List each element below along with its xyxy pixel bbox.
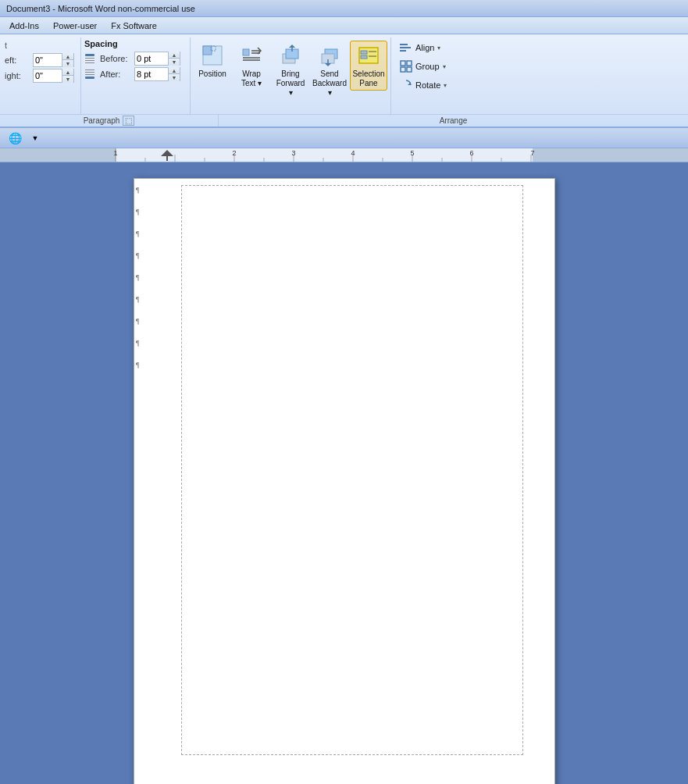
svg-rect-32 bbox=[401, 67, 405, 72]
indent-right-down[interactable]: ▼ bbox=[62, 76, 73, 83]
ribbon-footer: Paragraph ⬚ Arrange bbox=[0, 114, 688, 127]
menu-poweruser[interactable]: Power-user bbox=[47, 20, 103, 32]
svg-text:7: 7 bbox=[530, 149, 534, 157]
before-up[interactable]: ▲ bbox=[169, 52, 180, 59]
svg-rect-9 bbox=[203, 46, 212, 55]
svg-text:6: 6 bbox=[469, 149, 473, 157]
wrap-text-label: Wrap Text ▾ bbox=[235, 69, 268, 88]
document-area: ¶ ¶ ¶ ¶ ¶ ¶ ¶ ¶ ¶ bbox=[0, 162, 688, 784]
after-input[interactable] bbox=[135, 68, 168, 80]
title-text: Document3 - Microsoft Word non-commercia… bbox=[6, 4, 195, 13]
indent-right-label: ight: bbox=[5, 71, 30, 80]
page-marker-9: ¶ bbox=[136, 362, 140, 369]
paragraph-dialog-icon[interactable]: ⬚ bbox=[123, 116, 134, 126]
svg-text:1: 1 bbox=[113, 149, 117, 157]
svg-rect-31 bbox=[407, 61, 412, 66]
indent-left-up[interactable]: ▲ bbox=[62, 53, 73, 60]
spacing-label: Spacing bbox=[84, 37, 180, 52]
page-marker-7: ¶ bbox=[136, 318, 140, 326]
indent-left-down[interactable]: ▼ bbox=[62, 60, 73, 67]
after-down[interactable]: ▼ bbox=[169, 74, 180, 81]
group-label: Group bbox=[415, 62, 440, 71]
arrange-buttons: Position Wrap Text ▾ bbox=[191, 37, 391, 114]
text-box-border[interactable] bbox=[181, 185, 523, 755]
bring-forward-icon bbox=[278, 43, 303, 68]
menu-bar: Add-Ins Power-user Fx Software bbox=[0, 17, 688, 34]
svg-rect-7 bbox=[85, 77, 94, 79]
globe-icon: 🌐 bbox=[9, 132, 22, 144]
svg-rect-24 bbox=[361, 55, 367, 59]
qa-dropdown[interactable]: ▼ bbox=[27, 130, 44, 146]
position-label: Position bbox=[198, 69, 226, 79]
selection-pane-label: Selection Pane bbox=[352, 69, 385, 88]
after-spinner[interactable]: ▲ ▼ bbox=[134, 67, 180, 81]
page-marker-1: ¶ bbox=[136, 187, 140, 194]
rotate-label: Rotate bbox=[415, 80, 440, 90]
paragraph-footer-label: Paragraph bbox=[84, 116, 120, 125]
menu-fxsoftware[interactable]: Fx Software bbox=[105, 20, 163, 32]
svg-rect-4 bbox=[85, 69, 94, 70]
arrange-group: Align ▾ Group ▾ bbox=[391, 37, 455, 114]
title-bar: Document3 - Microsoft Word non-commercia… bbox=[0, 0, 688, 17]
position-button[interactable]: Position bbox=[194, 41, 231, 87]
before-down[interactable]: ▼ bbox=[169, 59, 180, 66]
paragraph-footer[interactable]: Paragraph ⬚ bbox=[0, 115, 219, 127]
spacing-group: Spacing Before: ▲ ▼ bbox=[81, 37, 191, 114]
qa-dropdown-icon: ▼ bbox=[32, 134, 39, 142]
selection-pane-icon bbox=[356, 43, 381, 68]
document-page: ¶ ¶ ¶ ¶ ¶ ¶ ¶ ¶ ¶ bbox=[134, 178, 555, 784]
after-up[interactable]: ▲ bbox=[169, 67, 180, 74]
send-backward-label: Send Backward ▾ bbox=[312, 69, 347, 98]
menu-addins[interactable]: Add-Ins bbox=[3, 20, 45, 32]
before-icon bbox=[84, 53, 95, 64]
svg-rect-1 bbox=[85, 58, 94, 59]
svg-text:2: 2 bbox=[232, 149, 236, 157]
svg-rect-0 bbox=[85, 54, 94, 56]
bring-forward-label: Bring Forward ▾ bbox=[274, 69, 307, 98]
arrange-footer-label: Arrange bbox=[440, 116, 468, 125]
svg-rect-5 bbox=[85, 72, 94, 73]
indent-right-input[interactable]: 0" bbox=[34, 69, 62, 82]
svg-rect-35 bbox=[0, 148, 116, 162]
svg-rect-29 bbox=[400, 50, 406, 52]
page-marker-8: ¶ bbox=[136, 340, 140, 347]
svg-rect-27 bbox=[400, 44, 408, 45]
group-button[interactable]: Group ▾ bbox=[394, 58, 452, 75]
quick-access-toolbar: 🌐 ▼ bbox=[0, 128, 688, 148]
bring-forward-button[interactable]: Bring Forward ▾ bbox=[272, 41, 309, 100]
before-input[interactable] bbox=[135, 52, 168, 65]
selection-pane-button[interactable]: Selection Pane bbox=[350, 41, 387, 91]
globe-button[interactable]: 🌐 bbox=[6, 130, 23, 146]
align-dropdown-arrow: ▾ bbox=[437, 45, 440, 52]
before-label: Before: bbox=[100, 54, 131, 63]
page-marker-3: ¶ bbox=[136, 230, 140, 238]
rotate-button[interactable]: Rotate ▾ bbox=[394, 77, 452, 94]
indent-right-spinner[interactable]: 0" ▲ ▼ bbox=[33, 69, 74, 83]
wrap-text-button[interactable]: Wrap Text ▾ bbox=[233, 41, 270, 91]
indent-left-input[interactable]: 0" bbox=[34, 54, 62, 66]
align-icon bbox=[400, 41, 412, 54]
indent-group: t eft: 0" ▲ ▼ ight: 0" ▲ ▼ bbox=[3, 37, 81, 114]
after-icon bbox=[84, 69, 95, 80]
wrap-text-icon bbox=[239, 43, 264, 68]
indent-left-label: eft: bbox=[5, 55, 30, 65]
rotate-dropdown-arrow: ▾ bbox=[444, 82, 447, 89]
svg-rect-28 bbox=[400, 47, 411, 48]
page-markers: ¶ ¶ ¶ ¶ ¶ ¶ ¶ ¶ ¶ bbox=[136, 187, 140, 369]
svg-rect-33 bbox=[407, 67, 412, 72]
align-button[interactable]: Align ▾ bbox=[394, 39, 452, 56]
send-backward-button[interactable]: Send Backward ▾ bbox=[311, 41, 348, 100]
arrange-footer: Arrange bbox=[219, 115, 688, 127]
page-marker-5: ¶ bbox=[136, 274, 140, 282]
svg-text:5: 5 bbox=[410, 149, 414, 157]
indent-left-spinner[interactable]: 0" ▲ ▼ bbox=[33, 53, 74, 67]
svg-rect-30 bbox=[401, 61, 405, 66]
ruler-svg: 1 2 3 4 5 6 7 bbox=[0, 148, 688, 162]
ruler: 1 2 3 4 5 6 7 bbox=[0, 148, 688, 162]
page-marker-6: ¶ bbox=[136, 296, 140, 304]
indent-right-up[interactable]: ▲ bbox=[62, 69, 73, 76]
ribbon: t eft: 0" ▲ ▼ ight: 0" ▲ ▼ bbox=[0, 34, 688, 128]
rotate-icon bbox=[400, 79, 412, 91]
before-spinner[interactable]: ▲ ▼ bbox=[134, 52, 180, 66]
svg-rect-61 bbox=[166, 156, 168, 161]
